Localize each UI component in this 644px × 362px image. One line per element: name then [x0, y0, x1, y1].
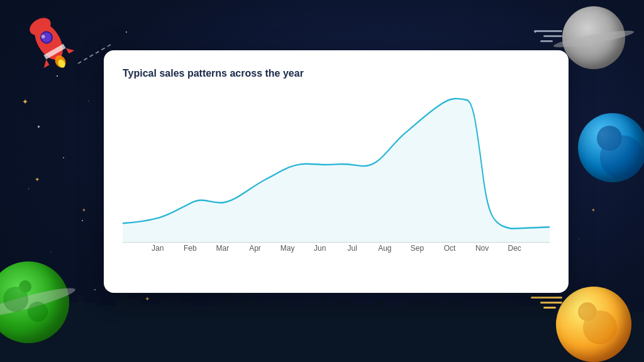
month-aug: Aug — [369, 244, 401, 253]
month-nov: Nov — [466, 244, 499, 253]
speed-lines-yellow — [531, 297, 562, 312]
month-labels: Jan Feb Mar Apr May Jun Jul Aug Sep Oct … — [142, 244, 531, 253]
month-jan: Jan — [142, 244, 174, 253]
month-jun: Jun — [304, 244, 336, 253]
month-may: May — [271, 244, 304, 253]
chart-svg — [123, 89, 550, 258]
speed-lines-gray — [534, 30, 562, 45]
city-silhouette — [0, 312, 644, 362]
month-feb: Feb — [174, 244, 207, 253]
yellow-planet — [556, 287, 631, 362]
chart-card: Typical sales patterns across the year J… — [104, 50, 569, 293]
month-sep: Sep — [401, 244, 434, 253]
chart-area: Jan Feb Mar Apr May Jun Jul Aug Sep Oct … — [123, 89, 550, 258]
gray-planet — [562, 6, 625, 69]
month-jul: Jul — [336, 244, 369, 253]
svg-marker-5 — [41, 60, 50, 69]
month-apr: Apr — [239, 244, 272, 253]
svg-marker-6 — [66, 45, 75, 54]
blue-planet — [578, 113, 644, 182]
month-dec: Dec — [498, 244, 531, 253]
month-mar: Mar — [206, 244, 239, 253]
chart-title: Typical sales patterns across the year — [123, 68, 550, 79]
month-oct: Oct — [433, 244, 466, 253]
